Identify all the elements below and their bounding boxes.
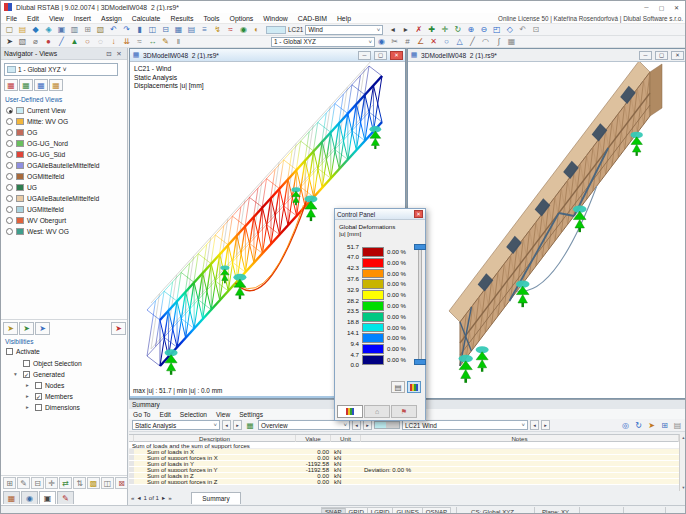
minimize-icon[interactable]: ─	[639, 2, 654, 12]
model-window-results-titlebar[interactable]: ▦ 3DModellW048_2 (1).rs9* ─ ▢ ✕	[130, 49, 405, 62]
sum-table-icon[interactable]: ⊞	[658, 420, 671, 431]
checkbox[interactable]: ✓	[23, 371, 30, 378]
slider-handle-top[interactable]	[414, 244, 426, 250]
view-grid-green-icon[interactable]: ▦	[19, 79, 33, 91]
checkbox[interactable]: ✓	[35, 393, 42, 400]
rotate-view-icon[interactable]: ↻	[451, 24, 464, 35]
menu-view[interactable]: View	[44, 15, 69, 22]
summary-menu-view[interactable]: View	[216, 411, 230, 418]
collapse-icon[interactable]: ▾	[14, 371, 17, 377]
view-item-ugmittelfeld[interactable]: UGMittelfeld	[1, 204, 127, 215]
menu-cad-bim[interactable]: CAD-BIM	[293, 15, 332, 22]
delete-icon[interactable]: ✕	[427, 36, 440, 47]
child-minimize-icon[interactable]: ─	[639, 51, 652, 60]
swap-icon[interactable]: ⇄	[59, 477, 72, 489]
dimension-icon[interactable]: ↔	[146, 36, 159, 47]
renumber-icon[interactable]: #	[401, 36, 414, 47]
status-toggle-lgrid[interactable]: LGRID	[368, 507, 394, 514]
view-item-current-view[interactable]: Current View	[1, 105, 127, 116]
sort-icon[interactable]: ⇅	[73, 477, 86, 489]
tree-item-members[interactable]: ▸✓Members	[1, 392, 127, 403]
window-single-icon[interactable]: ▮	[133, 24, 146, 35]
menu-insert[interactable]: Insert	[69, 15, 96, 22]
sum-refresh-icon[interactable]: ↻	[632, 420, 645, 431]
dock-icon[interactable]: ⊡	[104, 50, 114, 58]
menu-calculate[interactable]: Calculate	[127, 15, 166, 22]
navigator-splitter-bottom[interactable]	[1, 475, 127, 476]
activate-checkbox[interactable]	[6, 348, 13, 355]
visibility-mode-icon[interactable]: ➤	[35, 322, 50, 335]
tree-item-dimensions[interactable]: ▸Dimensions	[1, 403, 127, 414]
grid-settings-icon[interactable]: ▦	[505, 36, 518, 47]
summary-menu-selection[interactable]: Selection	[180, 411, 207, 418]
window-horizontal-icon[interactable]: ⊟	[159, 24, 172, 35]
last-page-icon[interactable]: »	[168, 494, 171, 501]
tree-item-nodes[interactable]: ▸Nodes	[1, 381, 127, 392]
summary-menu-go-to[interactable]: Go To	[133, 411, 150, 418]
insert-object-icon[interactable]: ⊞	[3, 477, 16, 489]
next-table-icon[interactable]: ▸	[363, 420, 372, 430]
col-unit[interactable]: Unit	[331, 435, 361, 442]
import-icon[interactable]: ◈	[42, 24, 55, 35]
expand-icon[interactable]: ▸	[26, 393, 29, 399]
triangle-icon[interactable]: △	[453, 36, 466, 47]
full-model-icon[interactable]: ⊡	[529, 24, 542, 35]
guide-lines-icon[interactable]: ‖	[172, 36, 185, 47]
summary-load-case-combobox[interactable]: LC21 Wind ˅	[402, 420, 528, 430]
tree-item-generated[interactable]: ▾✓Generated	[1, 370, 127, 381]
table-scrollbar[interactable]: ▴ ▾	[679, 434, 686, 491]
scroll-up-icon[interactable]: ▴	[682, 435, 684, 440]
menu-assign[interactable]: Assign	[96, 15, 127, 22]
loads-icon[interactable]: ↯	[211, 24, 224, 35]
radio-button[interactable]	[6, 107, 13, 114]
windows-icon[interactable]: ◫	[101, 477, 114, 489]
visibility-icon[interactable]: ◉	[375, 36, 388, 47]
expand-icon[interactable]: ▸	[26, 404, 29, 410]
select-arrow-icon[interactable]: ➤	[3, 36, 16, 47]
window-vertical-icon[interactable]: ◫	[146, 24, 159, 35]
radio-button[interactable]	[6, 228, 13, 235]
radio-button[interactable]	[6, 129, 13, 136]
checkbox[interactable]	[23, 360, 30, 367]
close-views-icon[interactable]: ⊠	[115, 477, 128, 489]
move-icon[interactable]: ✛	[438, 24, 451, 35]
eccentricity-icon[interactable]: ◌	[94, 36, 107, 47]
tab-summary[interactable]: Summary	[191, 492, 241, 504]
child-minimize-icon[interactable]: ─	[358, 51, 371, 60]
open-project-icon[interactable]: ▤	[16, 24, 29, 35]
col-value[interactable]: Value	[296, 435, 331, 442]
tab-views[interactable]: ▣	[39, 491, 56, 504]
close-icon[interactable]: ✕	[669, 2, 684, 12]
copy-icon[interactable]: ⊞	[81, 24, 94, 35]
scroll-down-icon[interactable]: ▾	[682, 485, 684, 490]
new-model-icon[interactable]: ▢	[3, 24, 16, 35]
delete-load-case-icon[interactable]: ✗	[412, 24, 425, 35]
next-load-case-icon[interactable]: ▸	[399, 24, 412, 35]
view-grid-blue-icon[interactable]: ▦	[34, 79, 48, 91]
view-item-ugallebauteilemittelfeld[interactable]: UGAlleBauteileMittelfeld	[1, 193, 127, 204]
radio-button[interactable]	[6, 173, 13, 180]
navigator-splitter[interactable]	[1, 319, 127, 320]
window-grid-icon[interactable]: ▦	[172, 24, 185, 35]
menu-help[interactable]: Help	[332, 15, 356, 22]
undo-icon[interactable]: ↶	[107, 24, 120, 35]
checkbox[interactable]	[35, 404, 42, 411]
child-close-icon[interactable]: ✕	[390, 51, 403, 60]
prev-table-icon[interactable]: ◂	[352, 420, 361, 430]
view-item-ug[interactable]: UG	[1, 182, 127, 193]
table-row[interactable]: Sum of support forces in Z0.00kN	[129, 479, 679, 485]
block-icon[interactable]: ▧	[94, 24, 107, 35]
view-item-mitte-wv-og[interactable]: Mitte: WV OG	[1, 116, 127, 127]
prev-page-icon[interactable]: ◂	[137, 494, 140, 501]
model-window-rendered-titlebar[interactable]: ▦ 3DModellW048_2 (1).rs9* ─ ▢ ✕	[408, 49, 686, 62]
radio-button[interactable]	[6, 184, 13, 191]
checkbox[interactable]	[35, 382, 42, 389]
radio-button[interactable]	[6, 162, 13, 169]
radio-button[interactable]	[6, 195, 13, 202]
panel-tab-filter[interactable]: ⚑	[391, 405, 417, 418]
render-icon[interactable]: ◐	[250, 24, 263, 35]
menu-results[interactable]: Results	[165, 15, 198, 22]
node-icon[interactable]: ●	[42, 36, 55, 47]
view-item-og-ug-s-d[interactable]: OG-UG_Süd	[1, 149, 127, 160]
member-load-icon[interactable]: ⇊	[120, 36, 133, 47]
